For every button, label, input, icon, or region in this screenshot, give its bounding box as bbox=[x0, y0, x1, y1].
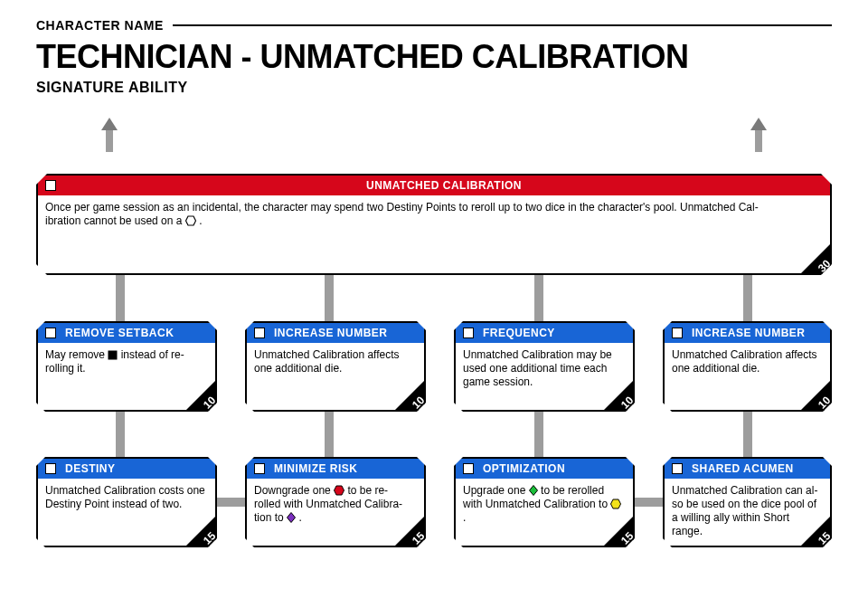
talent-body: Once per game session as an incidental, … bbox=[38, 195, 830, 235]
talent-body: May remove instead of re- rolling it. bbox=[38, 343, 215, 383]
talent-title: SHARED ACUMEN bbox=[692, 462, 794, 475]
setback-die-icon bbox=[108, 350, 118, 360]
cost-value: 15 bbox=[201, 529, 218, 546]
talent-frequency: FREQUENCY Unmatched Calibration may be u… bbox=[454, 321, 635, 412]
talent-title: OPTIMIZATION bbox=[483, 462, 565, 475]
checkbox[interactable] bbox=[45, 328, 56, 338]
svg-marker-2 bbox=[335, 486, 344, 495]
cost-badge: 15 bbox=[800, 516, 831, 546]
talent-title: MINIMIZE RISK bbox=[274, 462, 358, 475]
talent-title: REMOVE SETBACK bbox=[65, 327, 174, 339]
svg-rect-1 bbox=[108, 351, 118, 360]
character-name-rule bbox=[173, 24, 832, 26]
cost-value: 15 bbox=[410, 529, 427, 546]
checkbox[interactable] bbox=[254, 328, 265, 338]
cost-value: 15 bbox=[618, 529, 636, 546]
text: rolling it. bbox=[45, 362, 86, 375]
text: instead of re- bbox=[121, 348, 184, 361]
cost-badge: 30 bbox=[800, 243, 831, 274]
checkbox[interactable] bbox=[45, 180, 56, 191]
cost-badge: 15 bbox=[185, 516, 216, 546]
connector bbox=[534, 270, 543, 326]
checkbox[interactable] bbox=[463, 328, 474, 338]
talent-header: SHARED ACUMEN bbox=[665, 459, 830, 479]
checkbox[interactable] bbox=[463, 463, 474, 474]
page-subtitle: SIGNATURE ABILITY bbox=[36, 80, 832, 96]
talent-shared-acumen: SHARED ACUMEN Unmatched Calibration can … bbox=[663, 457, 832, 547]
checkbox[interactable] bbox=[254, 463, 265, 474]
cost-value: 10 bbox=[618, 394, 636, 411]
talent-destiny: DESTINY Unmatched Calibration costs one … bbox=[36, 457, 217, 547]
talent-header: OPTIMIZATION bbox=[456, 459, 633, 479]
text: . bbox=[463, 511, 466, 524]
cost-value: 10 bbox=[201, 394, 218, 411]
talent-header: FREQUENCY bbox=[456, 323, 633, 343]
text: . bbox=[199, 214, 202, 227]
talent-header: DESTINY bbox=[38, 459, 215, 479]
talent-minimize-risk: MINIMIZE RISK Downgrade one to be re- ro… bbox=[245, 457, 426, 547]
cost-badge: 10 bbox=[800, 380, 831, 411]
header: CHARACTER NAME TECHNICIAN - UNMATCHED CA… bbox=[36, 18, 832, 96]
talent-title: UNMATCHED CALIBRATION bbox=[65, 179, 823, 192]
text: rolled with Unmatched Calibra- bbox=[254, 498, 402, 510]
cost-badge: 15 bbox=[394, 516, 425, 546]
cost-value: 10 bbox=[816, 394, 833, 411]
text: May remove bbox=[45, 348, 108, 361]
talent-title: FREQUENCY bbox=[483, 327, 555, 339]
connector bbox=[325, 270, 334, 326]
cost-badge: 10 bbox=[603, 380, 634, 411]
talent-remove-setback: REMOVE SETBACK May remove instead of re-… bbox=[36, 321, 217, 412]
text: Upgrade one bbox=[463, 484, 529, 497]
connector bbox=[534, 407, 543, 463]
connector bbox=[116, 270, 125, 326]
cost-badge: 10 bbox=[185, 380, 216, 411]
text: Once per game session as an incidental, … bbox=[45, 201, 759, 214]
arrow-up-icon bbox=[101, 118, 118, 152]
text: Downgrade one bbox=[254, 484, 334, 497]
connector bbox=[116, 407, 125, 463]
cost-value: 30 bbox=[816, 257, 833, 274]
challenge-die-icon bbox=[334, 485, 344, 496]
talent-header: INCREASE NUMBER bbox=[665, 323, 830, 343]
cost-value: 15 bbox=[816, 529, 833, 546]
talent-header: REMOVE SETBACK bbox=[38, 323, 215, 343]
checkbox[interactable] bbox=[672, 328, 683, 338]
checkbox[interactable] bbox=[45, 463, 56, 474]
svg-marker-5 bbox=[611, 499, 621, 508]
difficulty-die-icon bbox=[287, 512, 296, 523]
talent-increase-number-2: INCREASE NUMBER Unmatched Calibration af… bbox=[663, 321, 832, 412]
svg-marker-4 bbox=[529, 486, 537, 496]
talent-title: INCREASE NUMBER bbox=[692, 327, 806, 339]
svg-marker-3 bbox=[288, 513, 296, 523]
connector bbox=[743, 270, 752, 326]
talent-body: Unmatched Calibration costs one Destiny … bbox=[38, 479, 215, 518]
tree-canvas: UNMATCHED CALIBRATION Once per game sess… bbox=[36, 118, 832, 588]
talent-title: DESTINY bbox=[65, 462, 116, 475]
connector bbox=[743, 407, 752, 463]
cost-badge: 15 bbox=[603, 516, 634, 546]
talent-title: INCREASE NUMBER bbox=[274, 327, 388, 339]
text: . bbox=[298, 511, 301, 524]
text: to be re- bbox=[347, 484, 388, 497]
text: tion to bbox=[254, 511, 287, 524]
talent-increase-number-1: INCREASE NUMBER Unmatched Calibration af… bbox=[245, 321, 426, 412]
talent-header: MINIMIZE RISK bbox=[247, 459, 424, 479]
talent-header: UNMATCHED CALIBRATION bbox=[38, 176, 830, 195]
talent-body: Unmatched Calibration affects one additi… bbox=[247, 343, 424, 383]
arrow-up-icon bbox=[750, 118, 767, 152]
svg-marker-0 bbox=[185, 216, 195, 225]
talent-optimization: OPTIMIZATION Upgrade one to be rerolled … bbox=[454, 457, 635, 547]
talent-body: Unmatched Calibration affects one additi… bbox=[665, 343, 830, 383]
talent-header: INCREASE NUMBER bbox=[247, 323, 424, 343]
proficiency-die-icon bbox=[610, 499, 621, 509]
ability-die-icon bbox=[529, 485, 538, 496]
cost-value: 10 bbox=[410, 394, 427, 411]
character-name-line: CHARACTER NAME bbox=[36, 18, 832, 33]
talent-root: UNMATCHED CALIBRATION Once per game sess… bbox=[36, 174, 832, 275]
character-name-label: CHARACTER NAME bbox=[36, 18, 164, 33]
connector bbox=[325, 407, 334, 463]
text: ibration cannot be used on a bbox=[45, 214, 185, 227]
cost-badge: 10 bbox=[394, 380, 425, 411]
checkbox[interactable] bbox=[672, 463, 683, 474]
page-title: TECHNICIAN - UNMATCHED CALIBRATION bbox=[36, 38, 832, 76]
